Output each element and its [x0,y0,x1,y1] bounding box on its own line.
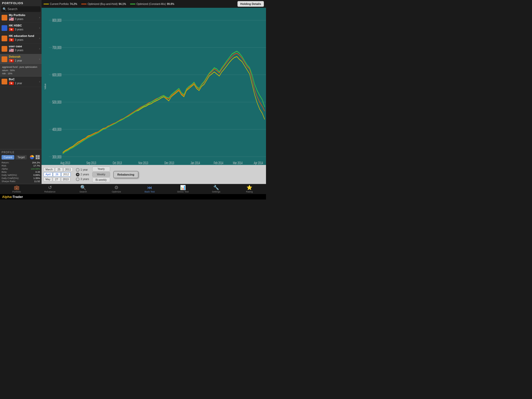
legend-color-constant-mix [130,4,135,4]
day-1[interactable]: 25 [55,167,63,172]
portfolio-name-hk-education: HK education fund [9,34,39,37]
svg-text:Jan 2014: Jan 2014 [191,161,200,165]
nav-settings-label: Settings [212,190,221,193]
years-boc: 1 year [15,82,22,85]
years-deborah: 1 year [15,59,22,62]
portfolio-color-boc [2,79,7,84]
backtest-icon: ⏮ [147,185,152,190]
stat-beta: Beta: 0.33 [2,170,40,174]
legend-buy-hold: Optimized (Buy-and-Hold) 94.1% [81,3,126,5]
flag-deborah: 🇭🇰 [9,58,14,63]
date-row-3: May 27 2013 [44,177,73,182]
year-3[interactable]: 2013 [61,177,70,182]
legend-color-current [44,4,49,4]
month-2[interactable]: April [44,172,52,177]
year-1[interactable]: 2011 [63,167,73,172]
nav-rebalance-label: Rebalance [44,190,55,193]
flag-hk-education: 🇭🇰 [9,37,14,42]
nav-portfolio[interactable]: 💼 Portfolio [0,184,33,194]
portfolio-item-hk-hsbc[interactable]: HK HSBC 🇭🇰 3 years › [0,23,42,33]
date-picker: March 25 2011 April 26 2012 [44,167,73,182]
portfolio-color-user-case [2,46,7,52]
portfolio-name-deborah: Deborah [9,55,39,58]
period-radio-group: 1 year 2 years 3 years [76,168,89,181]
period-3-years[interactable]: 3 years [76,177,89,181]
grid-icon[interactable] [35,155,40,159]
svg-rect-5 [38,157,39,159]
period-1-year[interactable]: 1 year [76,168,89,172]
years-my-portfolio: 3 years [15,18,23,21]
freq-biweekly[interactable]: Bi-weekly [92,177,110,182]
search-icon: 🔍 [3,7,6,11]
tab-current[interactable]: Current [2,155,14,159]
svg-text:Oct 2013: Oct 2013 [113,161,122,165]
holding-details-button[interactable]: Holding Details [237,1,264,7]
svg-text:Aug 2013: Aug 2013 [60,161,70,165]
portfolio-item-deborah[interactable]: Deborah 🇭🇰 1 year › [0,54,42,64]
nav-portfolio-label: Portfolio [12,190,21,193]
year-2[interactable]: 2012 [61,172,71,177]
main-chart: 800,000 700,000 600,000 500,000 400,000 … [49,8,266,165]
nav-stresstest[interactable]: 📊 Stress Test [166,184,200,194]
nav-optimize[interactable]: ⚙ Optimize [100,184,133,194]
radio-2-years [76,173,79,176]
nav-settings[interactable]: 🔧 Settings [200,184,233,194]
portfolio-item-user-case[interactable]: user case 🇺🇸 3 years › [0,44,42,54]
years-hk-education: 3 years [15,38,23,41]
nav-rating[interactable]: ⭐ Rating [233,184,266,194]
period-2-years[interactable]: 2 years [76,173,89,176]
stat-var: Daily VaR(5%): 0.89% [2,174,40,177]
search-bar[interactable]: 🔍 Search [1,6,41,12]
years-hk-hsbc: 3 years [15,28,23,31]
search-label: Search [8,7,17,11]
rebalancing-button[interactable]: Rebalancing [113,171,138,178]
portfolio-item-hk-education[interactable]: HK education fund 🇭🇰 3 years › [0,33,42,44]
y-axis-label-container: Value [42,8,49,165]
portfolio-item-my-portfolio[interactable]: My Portfolio 🇺🇸 3 years › [0,12,42,23]
sidebar: PORTFOLIOS 🔍 Search My Portfolio 🇺🇸 3 ye… [0,0,42,184]
svg-text:800,000: 800,000 [52,18,61,23]
legend-color-buy-hold [81,4,87,4]
day-2[interactable]: 26 [53,172,61,177]
portfolio-name-boc: BoC [9,78,39,81]
tab-target[interactable]: Target [15,155,27,159]
svg-text:Apr 2014: Apr 2014 [254,161,263,165]
svg-text:Sep 2013: Sep 2013 [87,161,96,165]
period-3-years-label: 3 years [81,178,89,181]
profile-stats: Return: 204.2% Risk: 17.7% Alpha: 144.94… [2,161,40,183]
chevron-hk-hsbc: › [39,26,40,29]
portfolio-item-boc[interactable]: BoC 🇭🇰 1 year › [0,77,42,87]
freq-weekly[interactable]: Weekly [92,172,110,177]
settings-icon: 🔧 [213,185,219,190]
nav-rebalance[interactable]: ↺ Rebalance [33,184,66,194]
day-3[interactable]: 27 [53,177,61,182]
chevron-my-portfolio: › [39,16,40,19]
nav-search[interactable]: 🔍 Search [66,184,100,194]
legend-constant-mix: Optimized (Constant-Mix) 99.8% [130,3,174,5]
deborah-description: aggrieved fund : pure optimization retur… [2,65,39,75]
month-1[interactable]: March [44,167,55,172]
flag-user-case: 🇺🇸 [9,48,14,53]
chart-container: 800,000 700,000 600,000 500,000 400,000 … [49,8,266,165]
pie-chart-icon[interactable] [30,155,34,159]
portfolio-list: My Portfolio 🇺🇸 3 years › HK HSBC [0,12,42,87]
chevron-user-case: › [39,47,40,50]
portfolio-color-deborah [2,56,7,62]
svg-text:Dec 2013: Dec 2013 [164,161,174,165]
chevron-hk-education: › [39,37,40,40]
radio-3-years [76,177,79,181]
date-row-1: March 25 2011 [44,167,73,172]
nav-search-label: Search [79,190,87,193]
radio-1-year [76,168,79,172]
rebalance-icon: ↺ [48,185,52,190]
svg-text:Feb 2014: Feb 2014 [214,161,223,165]
app-title-bar: Alpha -Trader [0,194,266,200]
chart-legend: Current Portfolio 74.2% Optimized (Buy-a… [42,0,266,8]
freq-yearly[interactable]: Yearly [92,167,110,171]
svg-text:Nov 2013: Nov 2013 [138,161,148,165]
portfolio-color-hk-hsbc [2,25,7,31]
flag-boc: 🇭🇰 [9,81,14,86]
nav-backtest[interactable]: ⏮ Back Test [133,184,166,194]
month-3[interactable]: May [44,177,52,182]
nav-optimize-label: Optimize [112,190,121,193]
